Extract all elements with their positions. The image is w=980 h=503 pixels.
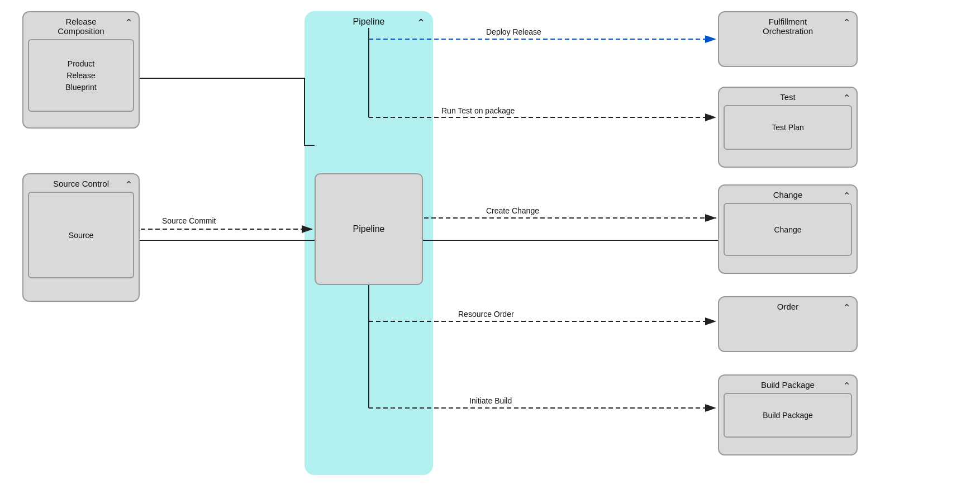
source-control-chevron: ⌃	[125, 179, 133, 191]
diagram-container: ⌃ Release Composition Product Release Bl…	[0, 0, 980, 503]
release-composition-title: Release Composition	[28, 17, 134, 36]
pipeline-container-chevron: ⌃	[417, 17, 425, 29]
change-chevron: ⌃	[843, 190, 851, 202]
test-chevron: ⌃	[843, 92, 851, 105]
release-composition-chevron: ⌃	[125, 17, 133, 29]
pipeline-inner-label: Pipeline	[353, 224, 385, 234]
test-box: ⌃ Test Test Plan	[718, 87, 858, 168]
build-package-chevron: ⌃	[843, 380, 851, 392]
order-title: Order	[724, 302, 852, 311]
source-control-box: ⌃ Source Control Source	[22, 173, 140, 302]
change-inner: Change	[724, 203, 852, 256]
run-test-label: Run Test on package	[441, 106, 515, 115]
pipeline-inner-box: Pipeline	[315, 173, 423, 285]
release-composition-box: ⌃ Release Composition Product Release Bl…	[22, 11, 140, 129]
change-box: ⌃ Change Change	[718, 184, 858, 274]
build-package-box: ⌃ Build Package Build Package	[718, 374, 858, 455]
test-inner: Test Plan	[724, 105, 852, 150]
deploy-release-label: Deploy Release	[486, 27, 541, 36]
order-box: ⌃ Order	[718, 296, 858, 352]
build-package-title: Build Package	[724, 380, 852, 390]
fulfillment-chevron: ⌃	[843, 17, 851, 29]
fulfillment-box: ⌃ Fulfillment Orchestration	[718, 11, 858, 67]
order-chevron: ⌃	[843, 302, 851, 314]
source-commit-label: Source Commit	[162, 216, 216, 225]
release-composition-inner: Product Release Blueprint	[28, 39, 134, 112]
test-title: Test	[724, 92, 852, 102]
pipeline-container-title: Pipeline	[353, 17, 385, 27]
change-title: Change	[724, 190, 852, 200]
resource-order-label: Resource Order	[458, 310, 514, 319]
initiate-build-label: Initiate Build	[469, 396, 512, 405]
create-change-label: Create Change	[486, 206, 539, 215]
source-control-title: Source Control	[28, 179, 134, 188]
rc-to-pipeline-line	[140, 78, 315, 145]
build-package-inner: Build Package	[724, 393, 852, 438]
source-control-inner: Source	[28, 192, 134, 278]
fulfillment-title: Fulfillment Orchestration	[724, 17, 852, 36]
